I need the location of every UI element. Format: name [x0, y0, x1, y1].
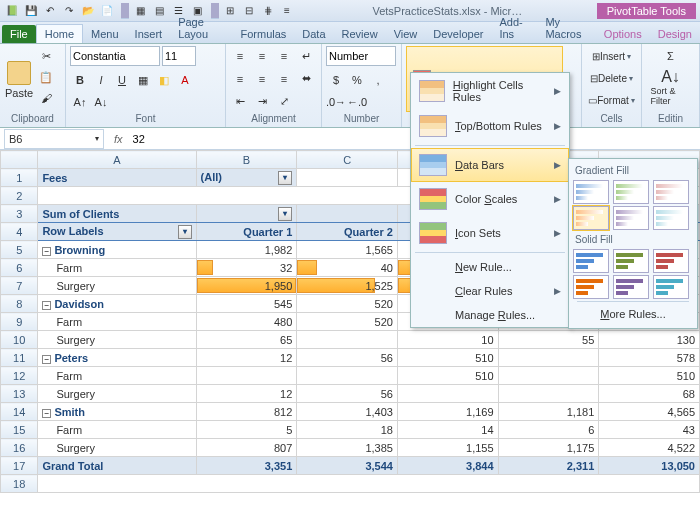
- qat-icon[interactable]: ▦: [132, 3, 148, 19]
- tab-view[interactable]: View: [386, 25, 426, 43]
- cell[interactable]: 812: [196, 403, 297, 421]
- row-header[interactable]: 5: [1, 241, 38, 259]
- data-bar-swatch[interactable]: [653, 249, 689, 273]
- cell[interactable]: Grand Total: [38, 457, 196, 475]
- qat-icon[interactable]: ≡: [279, 3, 295, 19]
- cut-icon[interactable]: ✂: [36, 46, 56, 66]
- data-bar-swatch[interactable]: [653, 275, 689, 299]
- row-header[interactable]: 13: [1, 385, 38, 403]
- cell[interactable]: Farm: [38, 313, 196, 331]
- indent-inc-icon[interactable]: ⇥: [252, 91, 272, 111]
- cell[interactable]: ▾: [196, 205, 297, 223]
- cell[interactable]: 510: [397, 367, 498, 385]
- row-header[interactable]: 3: [1, 205, 38, 223]
- cell[interactable]: Quarter 2: [297, 223, 398, 241]
- copy-icon[interactable]: 📋: [36, 67, 56, 87]
- cell[interactable]: 1,385: [297, 439, 398, 457]
- col-header[interactable]: B: [196, 151, 297, 169]
- cell[interactable]: Sum of Clients: [38, 205, 196, 223]
- cell[interactable]: 1,181: [498, 403, 599, 421]
- menu-item-icon-sets[interactable]: Icon Sets▶: [411, 216, 569, 250]
- wrap-text-icon[interactable]: ↵: [296, 46, 316, 66]
- column-dropdown-icon[interactable]: ▾: [278, 207, 292, 221]
- tab-design[interactable]: Design: [650, 25, 700, 43]
- cell[interactable]: 1,155: [397, 439, 498, 457]
- cell[interactable]: Fees: [38, 169, 196, 187]
- cell[interactable]: 4,522: [599, 439, 700, 457]
- cell[interactable]: 3,544: [297, 457, 398, 475]
- row-header[interactable]: 6: [1, 259, 38, 277]
- tab-pagelayout[interactable]: Page Layou: [170, 13, 232, 43]
- cell[interactable]: 545: [196, 295, 297, 313]
- cell[interactable]: 13,050: [599, 457, 700, 475]
- row-header[interactable]: 18: [1, 475, 38, 493]
- comma-icon[interactable]: ,: [368, 70, 388, 90]
- cell[interactable]: [498, 349, 599, 367]
- cell[interactable]: 480: [196, 313, 297, 331]
- cell[interactable]: 12: [196, 385, 297, 403]
- data-bar-swatch[interactable]: [573, 249, 609, 273]
- fill-color-icon[interactable]: ◧: [154, 70, 174, 90]
- collapse-icon[interactable]: −: [42, 355, 51, 364]
- inc-decimal-icon[interactable]: .0→: [326, 92, 346, 112]
- col-header[interactable]: A: [38, 151, 196, 169]
- font-name-combo[interactable]: [70, 46, 160, 66]
- cell[interactable]: 1,403: [297, 403, 398, 421]
- tab-home[interactable]: Home: [36, 24, 83, 43]
- align-bottom-icon[interactable]: ≡: [274, 46, 294, 66]
- cell[interactable]: 4,565: [599, 403, 700, 421]
- save-icon[interactable]: 💾: [23, 3, 39, 19]
- cell[interactable]: Surgery: [38, 385, 196, 403]
- cell[interactable]: 43: [599, 421, 700, 439]
- cell[interactable]: 3,844: [397, 457, 498, 475]
- qat-icon[interactable]: ⊟: [241, 3, 257, 19]
- autosum-icon[interactable]: Σ: [661, 46, 681, 66]
- cell[interactable]: 14: [397, 421, 498, 439]
- cell[interactable]: 520: [297, 295, 398, 313]
- select-all[interactable]: [1, 151, 38, 169]
- data-bar-swatch[interactable]: [613, 206, 649, 230]
- cell[interactable]: [38, 475, 700, 493]
- sort-filter-button[interactable]: A↓ Sort & Filter: [651, 68, 691, 106]
- currency-icon[interactable]: $: [326, 70, 346, 90]
- cell[interactable]: 32: [196, 259, 297, 277]
- delete-cells-button[interactable]: ⊟ Delete: [586, 68, 637, 88]
- redo-icon[interactable]: ↷: [61, 3, 77, 19]
- merge-icon[interactable]: ⬌: [296, 69, 316, 89]
- undo-icon[interactable]: ↶: [42, 3, 58, 19]
- tab-insert[interactable]: Insert: [127, 25, 171, 43]
- qat-icon[interactable]: ▤: [151, 3, 167, 19]
- cell[interactable]: 510: [599, 367, 700, 385]
- align-middle-icon[interactable]: ≡: [252, 46, 272, 66]
- paste-button[interactable]: Paste: [4, 46, 34, 112]
- row-header[interactable]: 14: [1, 403, 38, 421]
- menu-item-color-scales[interactable]: Color Scales▶: [411, 182, 569, 216]
- data-bar-swatch[interactable]: [653, 180, 689, 204]
- cell[interactable]: 510: [397, 349, 498, 367]
- data-bar-swatch[interactable]: [613, 275, 649, 299]
- fx-icon[interactable]: fx: [114, 133, 123, 145]
- align-right-icon[interactable]: ≡: [274, 69, 294, 89]
- cell[interactable]: −Smith: [38, 403, 196, 421]
- percent-icon[interactable]: %: [347, 70, 367, 90]
- tab-review[interactable]: Review: [334, 25, 386, 43]
- cell[interactable]: [196, 367, 297, 385]
- cell[interactable]: 1,169: [397, 403, 498, 421]
- menu-item-highlight-cells-rules[interactable]: Highlight Cells Rules▶: [411, 73, 569, 109]
- cell[interactable]: [397, 385, 498, 403]
- cell[interactable]: Surgery: [38, 331, 196, 349]
- cell[interactable]: 130: [599, 331, 700, 349]
- insert-cells-button[interactable]: ⊞ Insert: [586, 46, 637, 66]
- row-header[interactable]: 10: [1, 331, 38, 349]
- tab-mymacros[interactable]: My Macros: [537, 13, 595, 43]
- row-header[interactable]: 12: [1, 367, 38, 385]
- cell[interactable]: 1,950: [196, 277, 297, 295]
- data-bar-swatch[interactable]: [573, 180, 609, 204]
- cell[interactable]: Row Labels▾: [38, 223, 196, 241]
- tab-formulas[interactable]: Formulas: [232, 25, 294, 43]
- cell[interactable]: 6: [498, 421, 599, 439]
- data-bar-swatch[interactable]: [613, 180, 649, 204]
- row-header[interactable]: 16: [1, 439, 38, 457]
- cell[interactable]: [297, 367, 398, 385]
- tab-addins[interactable]: Add-Ins: [491, 13, 537, 43]
